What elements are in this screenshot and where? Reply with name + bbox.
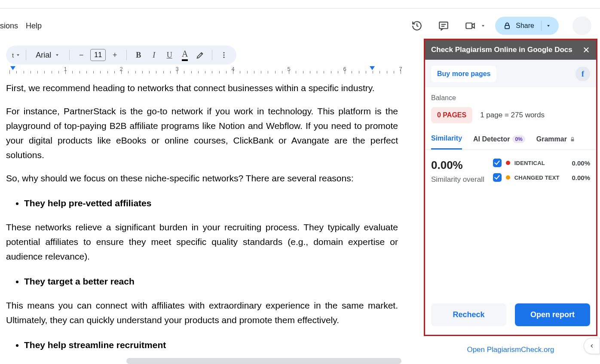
chevron-down-icon (546, 23, 551, 28)
video-call-icon[interactable] (462, 17, 479, 34)
plagiarism-sidebar: Check Plagiarism Online in Google Docs B… (424, 39, 597, 336)
tab-similarity[interactable]: Similarity (431, 135, 462, 150)
underline-button[interactable]: U (163, 49, 176, 61)
svg-point-11 (223, 55, 225, 56)
svg-marker-8 (17, 55, 19, 56)
svg-point-10 (223, 52, 225, 53)
sidebar-title: Check Plagiarism Online in Google Docs (431, 46, 572, 54)
document-page[interactable]: First, we recommend heading to networks … (6, 81, 401, 364)
svg-rect-0 (440, 22, 448, 28)
highlight-button[interactable] (194, 49, 207, 61)
font-name: Arial (36, 51, 51, 60)
ruler[interactable]: 1234567 (5, 67, 413, 77)
ruler-label: 5 (287, 66, 290, 72)
share-label: Share (516, 22, 534, 30)
menubar: sions Help Share (0, 9, 600, 43)
font-family-select[interactable]: Arial (31, 51, 64, 60)
text-color-button[interactable]: A (178, 49, 191, 61)
ruler-label: 7 (399, 66, 402, 72)
changed-pct: 0.00% (572, 174, 590, 181)
menu-extensions[interactable]: sions (0, 21, 18, 31)
lock-icon (503, 21, 511, 30)
checkbox-changed[interactable] (493, 173, 502, 182)
italic-button[interactable]: I (147, 49, 160, 61)
formatting-toolbar: t Arial − 11 + B I U A (6, 46, 236, 64)
similarity-overall-label: Similarity overall (431, 175, 484, 184)
ruler-label: 4 (231, 66, 234, 72)
similarity-overall-pct: 0.00% (431, 159, 484, 172)
video-dropdown-icon[interactable] (481, 23, 486, 28)
tab-ai-detector[interactable]: AI Detector 0% (473, 135, 525, 150)
bullet: They target a better reach (24, 272, 398, 291)
recheck-button[interactable]: Recheck (431, 303, 506, 326)
ruler-label: 3 (175, 66, 178, 72)
identical-pct: 0.00% (572, 159, 590, 167)
svg-point-12 (223, 57, 225, 58)
ai-badge: 0% (512, 135, 525, 143)
fontsize-increase[interactable]: + (108, 49, 121, 61)
checkbox-identical[interactable] (493, 159, 502, 167)
ruler-left-indent[interactable] (10, 66, 15, 70)
paragraph: So, why should we focus on these niche-s… (6, 171, 398, 186)
words-equivalent: 1 page = 275 words (480, 111, 545, 119)
ruler-right-indent[interactable] (370, 66, 375, 70)
svg-rect-3 (466, 23, 472, 29)
svg-marker-5 (482, 25, 484, 27)
pages-remaining-badge: 0 PAGES (431, 107, 472, 123)
bold-button[interactable]: B (132, 49, 145, 61)
fontsize-decrease[interactable]: − (75, 49, 88, 61)
menu-help[interactable]: Help (26, 21, 42, 31)
ruler-label: 6 (343, 66, 346, 72)
external-link-footer: Open PlagiarismCheck.org (424, 338, 597, 361)
ruler-label: 1 (64, 66, 67, 72)
side-panel-toggle[interactable] (584, 338, 600, 354)
open-report-button[interactable]: Open report (515, 303, 590, 326)
share-button[interactable]: Share (495, 17, 559, 35)
paragraph: This means you can connect with affiliat… (6, 298, 398, 327)
balance-label: Balance (431, 94, 590, 102)
comments-icon[interactable] (435, 17, 452, 34)
identical-label: IDENTICAL (514, 160, 545, 166)
horizontal-scrollbar[interactable] (126, 358, 401, 364)
history-icon[interactable] (408, 17, 426, 34)
more-formatting-icon[interactable] (217, 49, 230, 61)
svg-rect-16 (571, 139, 574, 141)
bullet: They help pre-vetted affiliates (24, 194, 398, 212)
changed-label: CHANGED TEXT (514, 174, 560, 181)
paragraph: First, we recommend heading to networks … (6, 81, 398, 95)
tab-grammar[interactable]: Grammar (536, 135, 576, 150)
account-icon[interactable]: f (576, 67, 590, 81)
svg-marker-7 (547, 25, 550, 27)
dot-changed-icon (506, 175, 510, 180)
svg-rect-6 (505, 25, 509, 28)
dot-identical-icon (506, 161, 510, 165)
paragraph: For instance, PartnerStack is the go-to … (6, 104, 398, 162)
style-dropdown[interactable]: t (12, 49, 21, 61)
bullet: They help streamline recruitment (24, 336, 398, 354)
avatar[interactable] (572, 16, 591, 35)
svg-marker-9 (56, 55, 58, 56)
lock-icon (569, 136, 576, 142)
open-plagiarismcheck-link[interactable]: Open PlagiarismCheck.org (467, 346, 554, 354)
ruler-label: 2 (119, 66, 122, 72)
svg-marker-4 (472, 24, 474, 28)
close-icon[interactable] (582, 46, 590, 54)
paragraph: These networks relieve a significant bur… (6, 220, 398, 264)
buy-more-pages-button[interactable]: Buy more pages (431, 66, 496, 82)
fontsize-input[interactable]: 11 (90, 49, 106, 61)
